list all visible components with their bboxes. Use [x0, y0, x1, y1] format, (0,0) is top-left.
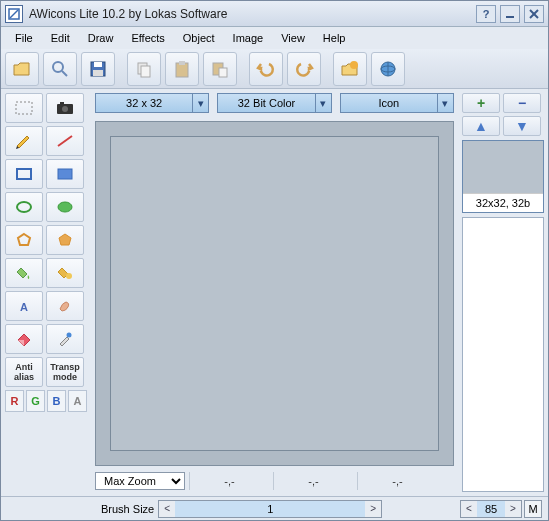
menu-image[interactable]: Image	[225, 29, 272, 47]
image-list[interactable]	[462, 217, 544, 492]
menu-object[interactable]: Object	[175, 29, 223, 47]
svg-rect-12	[141, 66, 150, 77]
remove-image-button[interactable]: −	[503, 93, 541, 113]
paste-button[interactable]	[165, 52, 199, 86]
svg-rect-13	[176, 63, 188, 77]
menu-view[interactable]: View	[273, 29, 313, 47]
dropdown-arrow-icon: ▾	[192, 94, 208, 112]
menu-edit[interactable]: Edit	[43, 29, 78, 47]
svg-line-25	[58, 136, 72, 146]
coord-3: -,-	[357, 472, 437, 490]
dropdown-arrow-icon: ▾	[315, 94, 331, 112]
copy-button[interactable]	[127, 52, 161, 86]
page-prev-button[interactable]: <	[461, 501, 477, 517]
smudge-tool[interactable]	[46, 291, 84, 321]
svg-marker-30	[18, 234, 30, 245]
move-up-button[interactable]: ▲	[462, 116, 500, 136]
preview-label: 32x32, 32b	[463, 193, 543, 212]
canvas-status: Max Zoom -,- -,- -,-	[95, 470, 454, 492]
m-button[interactable]: M	[524, 500, 542, 518]
svg-point-23	[62, 106, 68, 112]
svg-rect-3	[506, 16, 514, 18]
help-button[interactable]: ?	[476, 5, 496, 23]
search-button[interactable]	[43, 52, 77, 86]
channel-b[interactable]: B	[47, 390, 66, 412]
pencil-tool[interactable]	[5, 126, 43, 156]
redo-button[interactable]	[287, 52, 321, 86]
menu-help[interactable]: Help	[315, 29, 354, 47]
svg-rect-14	[179, 61, 185, 65]
close-button[interactable]	[524, 5, 544, 23]
brush-size-value[interactable]: 1	[175, 501, 365, 517]
svg-point-32	[66, 273, 72, 279]
eyedropper-tool[interactable]	[46, 324, 84, 354]
color-depth-dropdown[interactable]: 32 Bit Color ▾	[217, 93, 331, 113]
size-dropdown[interactable]: 32 x 32 ▾	[95, 93, 209, 113]
main-toolbar	[1, 49, 548, 89]
rect-outline-tool[interactable]	[5, 159, 43, 189]
channel-r[interactable]: R	[5, 390, 24, 412]
page-value[interactable]: 85	[477, 501, 505, 517]
canvas-viewport	[95, 121, 454, 466]
svg-point-34	[67, 333, 72, 338]
channel-a[interactable]: A	[68, 390, 87, 412]
menu-effects[interactable]: Effects	[123, 29, 172, 47]
svg-point-29	[58, 202, 72, 212]
svg-marker-31	[59, 234, 71, 245]
open-button[interactable]	[5, 52, 39, 86]
type-dropdown[interactable]: Icon ▾	[340, 93, 454, 113]
paste-special-button[interactable]	[203, 52, 237, 86]
undo-button[interactable]	[249, 52, 283, 86]
image-nav-buttons: + − ▲ ▼	[462, 93, 544, 136]
library-button[interactable]	[333, 52, 367, 86]
select-rect-tool[interactable]	[5, 93, 43, 123]
svg-rect-9	[94, 62, 102, 67]
text-tool[interactable]: A	[5, 291, 43, 321]
line-tool[interactable]	[46, 126, 84, 156]
window-controls: ?	[476, 5, 544, 23]
menu-file[interactable]: File	[7, 29, 41, 47]
add-image-button[interactable]: +	[462, 93, 500, 113]
preview-thumbnail[interactable]: 32x32, 32b	[462, 140, 544, 213]
dropdown-arrow-icon: ▾	[437, 94, 453, 112]
brush-increase-button[interactable]: >	[365, 501, 381, 517]
drawing-canvas[interactable]	[110, 136, 439, 451]
menu-draw[interactable]: Draw	[80, 29, 122, 47]
svg-rect-27	[58, 169, 72, 179]
svg-text:A: A	[20, 301, 28, 313]
minimize-button[interactable]	[500, 5, 520, 23]
eraser-tool[interactable]	[5, 324, 43, 354]
coord-2: -,-	[273, 472, 353, 490]
save-button[interactable]	[81, 52, 115, 86]
svg-text:?: ?	[483, 8, 490, 20]
format-dropdowns: 32 x 32 ▾ 32 Bit Color ▾ Icon ▾	[95, 93, 454, 115]
brush-decrease-button[interactable]: <	[159, 501, 175, 517]
polygon-fill-tool[interactable]	[46, 225, 84, 255]
titlebar: AWicons Lite 10.2 by Lokas Software ?	[1, 1, 548, 27]
antialias-toggle[interactable]: Anti alias	[5, 357, 43, 387]
move-down-button[interactable]: ▼	[503, 116, 541, 136]
svg-rect-21	[16, 102, 32, 114]
ellipse-outline-tool[interactable]	[5, 192, 43, 222]
rect-fill-tool[interactable]	[46, 159, 84, 189]
svg-rect-26	[17, 169, 31, 179]
camera-tool[interactable]	[46, 93, 84, 123]
coord-1: -,-	[189, 472, 269, 490]
app-window: AWicons Lite 10.2 by Lokas Software ? Fi…	[0, 0, 549, 521]
zoom-select[interactable]: Max Zoom	[95, 472, 185, 490]
svg-point-6	[53, 62, 63, 72]
svg-point-17	[350, 61, 358, 69]
ellipse-fill-tool[interactable]	[46, 192, 84, 222]
web-button[interactable]	[371, 52, 405, 86]
transparency-toggle[interactable]: Transp mode	[46, 357, 84, 387]
rgba-channels: R G B A	[5, 390, 87, 412]
gradient-tool[interactable]	[46, 258, 84, 288]
fill-tool[interactable]	[5, 258, 43, 288]
brush-size-label: Brush Size	[101, 503, 154, 515]
channel-g[interactable]: G	[26, 390, 45, 412]
menubar: File Edit Draw Effects Object Image View…	[1, 27, 548, 49]
brush-size-spinner: < 1 >	[158, 500, 382, 518]
polygon-outline-tool[interactable]	[5, 225, 43, 255]
right-panel: + − ▲ ▼ 32x32, 32b	[458, 89, 548, 496]
page-next-button[interactable]: >	[505, 501, 521, 517]
